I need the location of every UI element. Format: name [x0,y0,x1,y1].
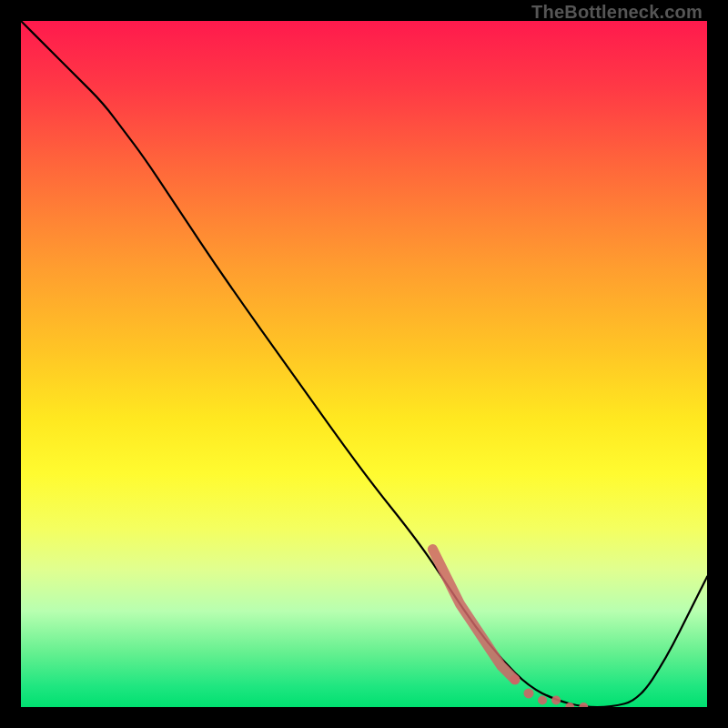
watermark: TheBottleneck.com [531,2,703,23]
highlight-dot [579,703,588,707]
bottleneck-curve [21,21,707,707]
highlight-dot [551,695,561,704]
highlight-dot [510,674,520,684]
chart-frame: TheBottleneck.com [0,0,728,728]
highlight-dot [538,695,547,704]
highlight-markers [432,550,588,707]
curve-layer [21,21,707,707]
highlight-dot [523,688,533,698]
plot-area [21,21,707,707]
highlight-stroke [432,550,514,680]
